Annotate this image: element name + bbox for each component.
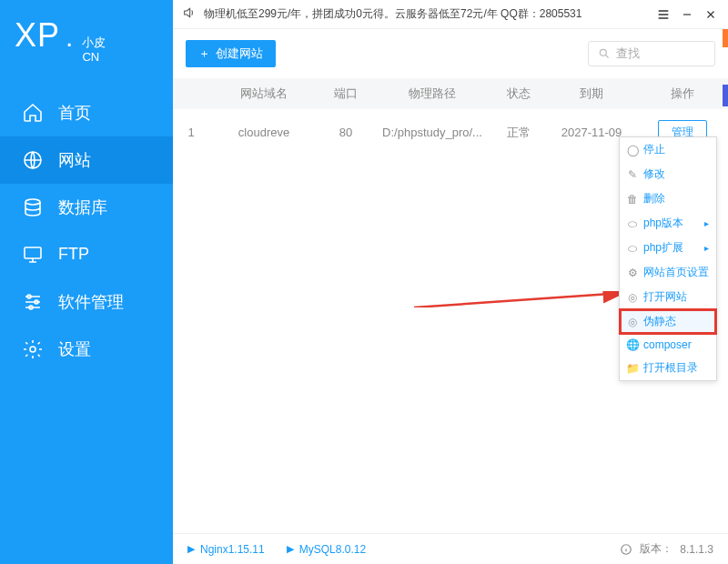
edit-icon: ✎ [627, 169, 638, 180]
globe-icon: 🌐 [627, 339, 638, 350]
sidebar-item-ftp[interactable]: FTP [0, 231, 173, 278]
volume-icon [182, 5, 197, 23]
create-label: 创建网站 [216, 45, 263, 62]
sidebar-item-label: 软件管理 [58, 291, 124, 313]
monitor-icon [22, 244, 44, 266]
dd-rewrite[interactable]: ◎伪静态 [620, 309, 716, 334]
create-site-button[interactable]: ＋ 创建网站 [186, 40, 276, 67]
sidebar-item-software[interactable]: 软件管理 [0, 278, 173, 326]
sidebar-item-database[interactable]: 数据库 [0, 184, 173, 231]
sidebar: XP . 小皮 CN 首页 网站 数据库 FTP [0, 0, 173, 564]
sidebar-item-label: 首页 [58, 102, 91, 124]
svg-point-1 [25, 199, 40, 205]
th-status: 状态 [491, 86, 546, 102]
th-port: 端口 [318, 86, 373, 102]
dd-stop[interactable]: ◯停止 [620, 137, 716, 162]
th-domain: 网站域名 [209, 86, 318, 102]
play-icon: ▶ [287, 543, 294, 555]
globe-icon [22, 149, 44, 171]
cell-idx: 1 [173, 126, 209, 139]
php-icon: ⬭ [627, 243, 638, 254]
search-icon [598, 47, 611, 60]
close-button[interactable] [703, 6, 719, 23]
service-mysql[interactable]: ▶MySQL8.0.12 [287, 543, 366, 556]
search-input[interactable]: 查找 [588, 41, 715, 66]
cell-domain: cloudreve [209, 126, 318, 139]
folder-icon: 📁 [627, 363, 638, 374]
dd-open-root[interactable]: 📁打开根目录 [620, 356, 716, 380]
svg-point-6 [30, 347, 35, 352]
sidebar-item-website[interactable]: 网站 [0, 136, 173, 184]
database-icon [22, 196, 44, 218]
th-path: 物理路径 [373, 86, 491, 102]
minimize-button[interactable] [679, 6, 695, 23]
th-action: 操作 [637, 86, 728, 102]
sidebar-item-settings[interactable]: 设置 [0, 326, 173, 373]
statusbar: ▶Nginx1.15.11 ▶MySQL8.0.12 版本：8.1.1.3 [173, 533, 728, 564]
target-icon: ◎ [627, 317, 638, 327]
dd-delete[interactable]: 🗑删除 [620, 186, 716, 211]
sidebar-item-home[interactable]: 首页 [0, 89, 173, 136]
sidebar-item-label: 网站 [58, 149, 91, 171]
toolbar: ＋ 创建网站 查找 [173, 29, 728, 78]
sliders-icon [22, 291, 44, 313]
dd-php-version[interactable]: ⬭php版本▸ [620, 211, 716, 236]
plus-icon: ＋ [198, 45, 210, 62]
play-icon: ▶ [187, 543, 195, 555]
svg-rect-2 [25, 247, 41, 258]
menu-icon[interactable] [655, 6, 672, 23]
svg-point-7 [600, 49, 606, 55]
dd-homepage[interactable]: ⚙网站首页设置 [620, 260, 716, 285]
logo-cn: 小皮 CN [82, 35, 106, 65]
home-icon [22, 102, 44, 124]
manage-dropdown: ◯停止 ✎修改 🗑删除 ⬭php版本▸ ⬭php扩展▸ ⚙网站首页设置 ◎打开网… [619, 136, 717, 381]
version-info: 版本：8.1.1.3 [620, 541, 713, 557]
cog-icon: ⚙ [627, 267, 638, 278]
logo-xp: XP [15, 16, 60, 55]
sidebar-item-label: 设置 [58, 338, 91, 360]
php-icon: ⬭ [627, 218, 638, 229]
service-nginx[interactable]: ▶Nginx1.15.11 [187, 543, 265, 556]
dd-composer[interactable]: 🌐composer [620, 334, 716, 356]
cell-port: 80 [318, 126, 373, 139]
logo-dot: . [66, 22, 73, 53]
stop-icon: ◯ [627, 145, 638, 156]
trash-icon: 🗑 [627, 194, 638, 205]
dd-open-site[interactable]: ◎打开网站 [620, 285, 716, 309]
nav: 首页 网站 数据库 FTP 软件管理 设置 [0, 89, 173, 373]
chevron-right-icon: ▸ [704, 243, 709, 253]
accent-blue [723, 85, 728, 106]
th-expire: 到期 [546, 86, 637, 102]
cell-status: 正常 [491, 125, 546, 141]
titlebar: 物理机低至299元/年，拼团成功0元得。云服务器低至72元/年 QQ群：2805… [173, 0, 728, 29]
logo: XP . 小皮 CN [0, 0, 173, 89]
target-icon: ◎ [627, 292, 638, 303]
table-header: 网站域名 端口 物理路径 状态 到期 操作 [173, 78, 728, 109]
cell-path: D:/phpstudy_pro/... [373, 126, 491, 139]
dd-edit[interactable]: ✎修改 [620, 162, 716, 186]
chevron-right-icon: ▸ [704, 218, 709, 228]
accent-orange [723, 29, 728, 47]
titlebar-promo: 物理机低至299元/年，拼团成功0元得。云服务器低至72元/年 QQ群：2805… [204, 6, 648, 22]
dd-php-ext[interactable]: ⬭php扩展▸ [620, 236, 716, 260]
gear-icon [22, 338, 44, 360]
sidebar-item-label: FTP [58, 245, 89, 264]
info-icon [620, 543, 632, 556]
sidebar-item-label: 数据库 [58, 196, 107, 218]
search-placeholder: 查找 [616, 45, 640, 62]
